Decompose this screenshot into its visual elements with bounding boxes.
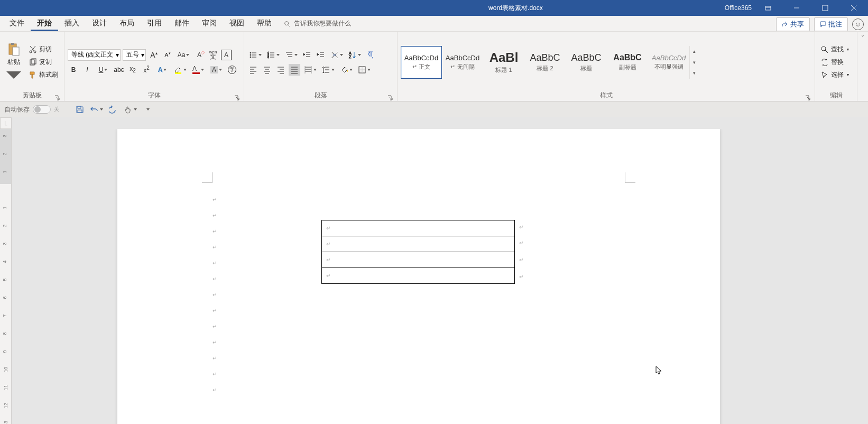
table-row[interactable]: ↵: [322, 236, 515, 252]
clipboard-launcher[interactable]: [54, 95, 60, 100]
undo-button[interactable]: [90, 103, 104, 116]
grow-font-button[interactable]: A▴: [148, 49, 160, 61]
style-normal[interactable]: AaBbCcDd↵ 正文: [401, 46, 442, 79]
tab-references[interactable]: 引用: [141, 15, 168, 31]
style-no-spacing[interactable]: AaBbCcDd↵ 无间隔: [442, 46, 483, 79]
paste-button[interactable]: 粘贴: [3, 41, 24, 84]
tab-file[interactable]: 文件: [3, 15, 31, 31]
ribbon-display-options-button[interactable]: [756, 0, 780, 16]
show-paragraph-marks-button[interactable]: [365, 49, 376, 61]
tell-me-search[interactable]: 告诉我你想要做什么: [283, 16, 351, 31]
tab-help[interactable]: 帮助: [251, 15, 278, 31]
decrease-indent-button[interactable]: [301, 49, 313, 61]
collapse-ribbon-button[interactable]: ˇ: [857, 32, 868, 101]
feedback-icon[interactable]: ☺: [852, 19, 864, 30]
replace-button[interactable]: 替换: [818, 57, 851, 68]
style-heading-2[interactable]: AaBbC标题 2: [524, 46, 566, 79]
clear-formatting-button[interactable]: A◇: [193, 49, 205, 61]
style-subtle-emphasis[interactable]: AaBbCcDd不明显强调: [648, 46, 689, 79]
change-case-button[interactable]: Aa: [176, 49, 191, 61]
minimize-button[interactable]: [784, 0, 809, 16]
table-row[interactable]: ↵: [322, 220, 515, 236]
vertical-ruler[interactable]: 32112345678910111213: [0, 129, 12, 424]
pilcrow-icon: [366, 51, 375, 59]
tab-design[interactable]: 设计: [86, 15, 113, 31]
table-cell[interactable]: ↵: [322, 236, 515, 252]
multilevel-list-button[interactable]: [283, 49, 299, 61]
table-cell[interactable]: ↵: [322, 220, 515, 236]
table-row[interactable]: ↵: [322, 252, 515, 268]
phonetic-guide-button[interactable]: wén文: [207, 49, 219, 61]
align-justify-button[interactable]: [289, 64, 300, 76]
distributed-button[interactable]: [302, 64, 318, 76]
font-color-button[interactable]: A: [190, 64, 206, 76]
enclose-characters-button[interactable]: 字: [226, 64, 238, 76]
styles-launcher[interactable]: [805, 95, 810, 100]
tab-view[interactable]: 视图: [223, 15, 251, 31]
maximize-button[interactable]: [813, 0, 837, 16]
bold-button[interactable]: B: [68, 64, 79, 76]
text-effects-button[interactable]: A: [154, 64, 170, 76]
close-button[interactable]: [842, 0, 866, 16]
font-size-combo[interactable]: 五号▾: [123, 49, 146, 61]
style-subtitle[interactable]: AaBbC副标题: [607, 46, 648, 79]
touch-mode-button[interactable]: [124, 103, 137, 116]
italic-button[interactable]: I: [81, 64, 93, 76]
character-border-button[interactable]: A: [221, 50, 232, 60]
document-page[interactable]: ↵ ↵ ↵ ↵ ↵ ↵ ↵ ↵ ↵ ↵ ↵ ↵ ↵ ↵ ↵ ↵ ↵ ↵ ↵ ↵ …: [117, 129, 720, 424]
align-right-button[interactable]: [275, 64, 287, 76]
shrink-font-button[interactable]: A▾: [162, 49, 173, 61]
align-center-button[interactable]: [261, 64, 273, 76]
subscript-button[interactable]: x2: [127, 64, 138, 76]
tab-review[interactable]: 审阅: [196, 15, 223, 31]
increase-indent-button[interactable]: [315, 49, 327, 61]
redo-button[interactable]: [107, 103, 121, 116]
paragraph-mark: ↵: [213, 308, 217, 314]
multilevel-icon: [285, 51, 293, 59]
tab-align-selector[interactable]: L: [0, 117, 12, 129]
sort-button[interactable]: AZ: [347, 49, 363, 61]
borders-button[interactable]: [356, 64, 372, 76]
hand-icon: [124, 105, 133, 114]
select-button[interactable]: 选择▾: [818, 69, 851, 80]
numbering-button[interactable]: 123: [265, 49, 281, 61]
style-title[interactable]: AaBbC标题: [566, 46, 607, 79]
tab-insert[interactable]: 插入: [58, 15, 86, 31]
style-heading-1[interactable]: AaBl标题 1: [483, 46, 524, 79]
copy-button[interactable]: 复制: [26, 57, 60, 68]
align-left-button[interactable]: [247, 64, 259, 76]
tab-mailings[interactable]: 邮件: [168, 15, 196, 31]
bullets-button[interactable]: [247, 49, 263, 61]
asian-layout-button[interactable]: [329, 49, 345, 61]
save-button[interactable]: [73, 103, 87, 116]
share-button[interactable]: 共享: [776, 17, 810, 31]
underline-button[interactable]: U: [95, 64, 111, 76]
table-cell[interactable]: ↵: [322, 252, 515, 268]
cut-button[interactable]: 剪切: [26, 44, 60, 55]
font-launcher[interactable]: [234, 95, 239, 100]
document-canvas[interactable]: ↵ ↵ ↵ ↵ ↵ ↵ ↵ ↵ ↵ ↵ ↵ ↵ ↵ ↵ ↵ ↵ ↵ ↵ ↵ ↵ …: [12, 129, 868, 424]
bullets-icon: [249, 51, 257, 59]
document-table[interactable]: ↵ ↵ ↵ ↵: [321, 220, 515, 284]
find-button[interactable]: 查找▾: [818, 44, 851, 55]
format-painter-button[interactable]: 格式刷: [26, 69, 60, 80]
asian-layout-icon: [330, 51, 339, 59]
highlighter-icon: [174, 66, 182, 74]
highlight-button[interactable]: [172, 64, 188, 76]
char-shading-button[interactable]: A: [208, 64, 224, 76]
line-spacing-button[interactable]: [320, 64, 336, 76]
tab-layout[interactable]: 布局: [113, 15, 141, 31]
strikethrough-button[interactable]: abc: [113, 64, 125, 76]
superscript-button[interactable]: x2: [141, 64, 152, 76]
table-row[interactable]: ↵: [322, 268, 515, 284]
styles-scroll[interactable]: ▴▾▾: [689, 46, 699, 79]
shading-button[interactable]: [338, 64, 354, 76]
customize-qat-button[interactable]: [141, 103, 154, 116]
tab-home[interactable]: 开始: [31, 15, 58, 31]
comments-button[interactable]: 批注: [814, 17, 848, 31]
undo-icon: [90, 105, 99, 114]
font-name-combo[interactable]: 等线 (西文正文▾: [68, 49, 121, 61]
table-cell[interactable]: ↵: [322, 268, 515, 284]
paragraph-launcher[interactable]: [387, 95, 393, 100]
autosave-toggle[interactable]: [33, 105, 51, 114]
